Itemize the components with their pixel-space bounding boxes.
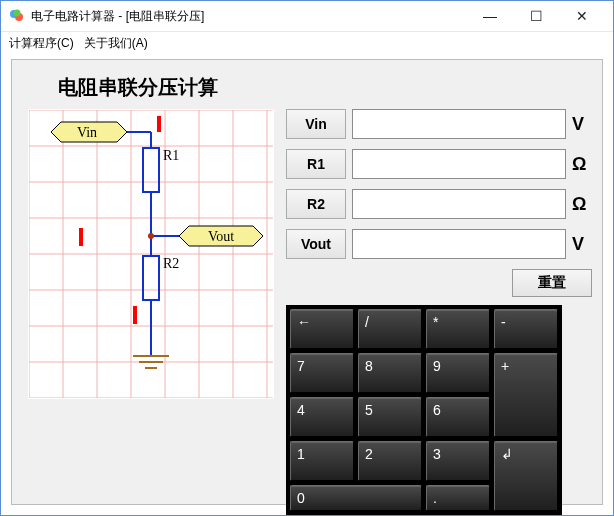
diagram-vout-label: Vout (208, 229, 234, 244)
r1-label-button[interactable]: R1 (286, 149, 346, 179)
key-5[interactable]: 5 (358, 397, 422, 437)
keypad: ← / * - 7 8 9 + 4 5 6 1 2 3 ↲ 0 . (286, 305, 562, 515)
menubar: 计算程序(C) 关于我们(A) (1, 32, 613, 54)
app-window: 电子电路计算器 - [电阻串联分压] — ☐ ✕ 计算程序(C) 关于我们(A)… (0, 0, 614, 516)
key-7[interactable]: 7 (290, 353, 354, 393)
key-8[interactable]: 8 (358, 353, 422, 393)
r2-unit: Ω (572, 194, 592, 215)
key-4[interactable]: 4 (290, 397, 354, 437)
key-enter[interactable]: ↲ (494, 441, 558, 511)
menu-calc[interactable]: 计算程序(C) (9, 35, 74, 52)
key-subtract[interactable]: - (494, 309, 558, 349)
r1-input[interactable] (352, 149, 566, 179)
app-icon (9, 8, 25, 24)
diagram-r1-label: R1 (163, 148, 179, 163)
window-title: 电子电路计算器 - [电阻串联分压] (31, 8, 467, 25)
diagram-r2-label: R2 (163, 256, 179, 271)
row-r1: R1 Ω (286, 149, 592, 179)
form-panel: Vin V R1 Ω R2 Ω Vout V (286, 109, 592, 515)
key-1[interactable]: 1 (290, 441, 354, 481)
svg-point-28 (148, 233, 154, 239)
reset-row: 重置 (286, 269, 592, 297)
row-r2: R2 Ω (286, 189, 592, 219)
row-vin: Vin V (286, 109, 592, 139)
vin-label-button[interactable]: Vin (286, 109, 346, 139)
minimize-button[interactable]: — (467, 1, 513, 31)
key-6[interactable]: 6 (426, 397, 490, 437)
titlebar: 电子电路计算器 - [电阻串联分压] — ☐ ✕ (1, 1, 613, 32)
page-title: 电阻串联分压计算 (58, 74, 586, 101)
r1-unit: Ω (572, 154, 592, 175)
key-3[interactable]: 3 (426, 441, 490, 481)
row-vout: Vout V (286, 229, 592, 259)
client-area: 电阻串联分压计算 (11, 59, 603, 505)
diagram-vin-label: Vin (77, 125, 97, 140)
content: Vin Vout R1 R2 Vin V (28, 109, 586, 515)
svg-point-2 (14, 10, 21, 17)
vout-input[interactable] (352, 229, 566, 259)
svg-rect-26 (143, 256, 159, 300)
maximize-button[interactable]: ☐ (513, 1, 559, 31)
vin-unit: V (572, 114, 592, 135)
vout-unit: V (572, 234, 592, 255)
key-dot[interactable]: . (426, 485, 490, 511)
key-2[interactable]: 2 (358, 441, 422, 481)
menu-about[interactable]: 关于我们(A) (84, 35, 148, 52)
key-divide[interactable]: / (358, 309, 422, 349)
vin-input[interactable] (352, 109, 566, 139)
reset-button[interactable]: 重置 (512, 269, 592, 297)
r2-label-button[interactable]: R2 (286, 189, 346, 219)
vout-label-button[interactable]: Vout (286, 229, 346, 259)
key-9[interactable]: 9 (426, 353, 490, 393)
key-backspace[interactable]: ← (290, 309, 354, 349)
close-button[interactable]: ✕ (559, 1, 605, 31)
key-multiply[interactable]: * (426, 309, 490, 349)
circuit-diagram: Vin Vout R1 R2 (28, 109, 274, 399)
svg-rect-22 (143, 148, 159, 192)
key-0[interactable]: 0 (290, 485, 422, 511)
key-add[interactable]: + (494, 353, 558, 437)
r2-input[interactable] (352, 189, 566, 219)
